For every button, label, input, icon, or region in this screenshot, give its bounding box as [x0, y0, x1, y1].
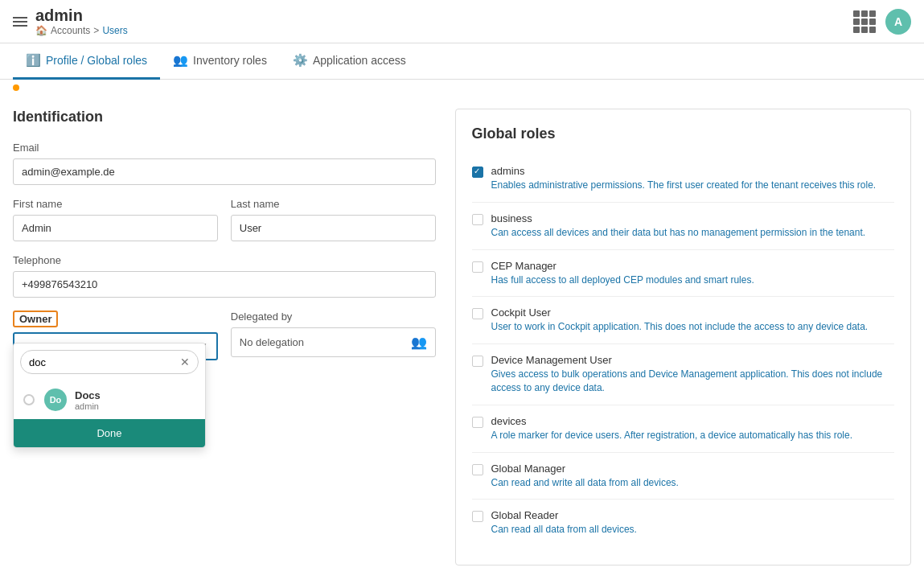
role-name-global-reader: Global Reader — [491, 509, 637, 521]
dropdown-item-role: admin — [75, 401, 101, 411]
unsaved-indicator — [13, 84, 19, 91]
role-name-cockpit-user: Cockpit User — [491, 306, 869, 319]
last-name-label: Last name — [231, 198, 436, 210]
tab-profile[interactable]: ℹ️ Profile / Global roles — [13, 43, 160, 80]
dropdown-done-button[interactable]: Done — [14, 419, 205, 447]
role-info-cockpit-user: Cockpit UserUser to work in Cockpit appl… — [491, 306, 869, 334]
delegated-label: Delegated by — [231, 311, 436, 323]
role-name-cep-manager: CEP Manager — [491, 260, 754, 272]
breadcrumb: 🏠 Accounts > Users — [35, 25, 128, 36]
app-title: admin — [35, 6, 128, 25]
identification-title: Identification — [13, 109, 436, 125]
role-checkbox-devices[interactable] — [472, 417, 483, 428]
role-item-cep-manager: CEP ManagerHas full access to all deploy… — [472, 250, 895, 298]
content-area: Identification Email First name Last nam… — [0, 96, 924, 578]
role-checkbox-cep-manager[interactable] — [472, 261, 483, 273]
dropdown-search-wrap: ✕ — [14, 343, 205, 380]
global-roles-title: Global roles — [472, 125, 895, 142]
breadcrumb-icon: 🏠 — [35, 25, 47, 36]
role-item-business: businessCan access all devices and their… — [472, 203, 895, 250]
role-name-devices: devices — [491, 415, 853, 427]
hamburger-icon[interactable] — [13, 17, 27, 27]
clear-search-icon[interactable]: ✕ — [180, 356, 190, 368]
role-desc-admins: Enables administrative permissions. The … — [491, 179, 877, 192]
delegated-value: No delegation — [240, 336, 304, 348]
role-checkbox-cockpit-user[interactable] — [472, 308, 483, 319]
role-checkbox-business[interactable] — [472, 214, 483, 225]
header-left: admin 🏠 Accounts > Users — [13, 6, 128, 36]
email-field[interactable] — [13, 158, 436, 185]
owner-delegated-row: Owner Select owner... ▼ ✕ — [13, 311, 436, 373]
tab-bar: ℹ️ Profile / Global roles 👥 Inventory ro… — [0, 43, 924, 80]
role-desc-global-manager: Can read and write all data from all dev… — [491, 476, 679, 490]
telephone-field[interactable] — [13, 271, 436, 298]
dropdown-item-avatar: Do — [44, 389, 67, 411]
role-item-cockpit-user: Cockpit UserUser to work in Cockpit appl… — [472, 297, 895, 344]
delegated-field: No delegation 👥 — [231, 327, 436, 357]
delegated-group: Delegated by No delegation 👥 — [231, 311, 436, 360]
application-icon: ⚙️ — [293, 53, 308, 68]
owner-group: Owner Select owner... ▼ ✕ — [13, 311, 218, 360]
header: admin 🏠 Accounts > Users A — [0, 0, 924, 43]
header-right: A — [853, 9, 911, 35]
roles-list: adminsEnables administrative permissions… — [472, 155, 895, 546]
dropdown-radio — [23, 394, 35, 405]
breadcrumb-child[interactable]: Users — [102, 25, 127, 36]
telephone-group: Telephone — [13, 254, 436, 298]
delegate-icon: 👥 — [411, 335, 427, 350]
role-desc-business: Can access all devices and their data bu… — [491, 226, 866, 240]
last-name-field[interactable] — [231, 215, 436, 241]
identification-panel: Identification Email First name Last nam… — [13, 109, 455, 565]
owner-label-row: Owner — [13, 311, 218, 327]
role-checkbox-admins[interactable] — [472, 167, 483, 178]
last-name-group: Last name — [231, 198, 436, 241]
role-name-device-mgmt: Device Management User — [491, 354, 895, 366]
role-name-business: business — [491, 212, 866, 224]
tab-application[interactable]: ⚙️ Application access — [280, 43, 419, 80]
first-name-label: First name — [13, 198, 218, 210]
role-item-global-reader: Global ReaderCan read all data from all … — [472, 500, 895, 546]
dropdown-item-name: Docs — [75, 389, 101, 401]
role-desc-devices: A role marker for device users. After re… — [491, 429, 853, 442]
role-checkbox-global-manager[interactable] — [472, 464, 483, 475]
owner-badge: Owner — [13, 311, 58, 327]
role-item-global-manager: Global ManagerCan read and write all dat… — [472, 453, 895, 500]
first-name-field[interactable] — [13, 215, 218, 241]
role-name-admins: admins — [491, 165, 877, 177]
email-group: Email — [13, 142, 436, 185]
role-desc-cockpit-user: User to work in Cockpit application. Thi… — [491, 320, 869, 334]
dropdown-item[interactable]: Do Docs admin — [14, 380, 205, 419]
owner-dropdown: ✕ Do Docs admin Done — [13, 343, 206, 448]
role-info-global-manager: Global ManagerCan read and write all dat… — [491, 463, 679, 490]
dropdown-item-info: Docs admin — [75, 389, 101, 411]
role-desc-global-reader: Can read all data from all devices. — [491, 523, 637, 537]
role-info-admins: adminsEnables administrative permissions… — [491, 165, 877, 192]
profile-icon: ℹ️ — [26, 53, 41, 68]
telephone-label: Telephone — [13, 254, 436, 266]
role-info-device-mgmt: Device Management UserGives access to bu… — [491, 354, 895, 395]
role-checkbox-global-reader[interactable] — [472, 511, 483, 522]
inventory-icon: 👥 — [173, 53, 188, 68]
role-desc-device-mgmt: Gives access to bulk operations and Devi… — [491, 368, 895, 395]
breadcrumb-parent: Accounts — [51, 25, 90, 36]
first-name-group: First name — [13, 198, 218, 241]
email-label: Email — [13, 142, 436, 154]
role-info-devices: devicesA role marker for device users. A… — [491, 415, 853, 442]
global-roles-panel: Global roles adminsEnables administrativ… — [455, 109, 912, 565]
grid-icon[interactable] — [853, 10, 876, 33]
role-checkbox-device-mgmt[interactable] — [472, 356, 483, 367]
role-item-admins: adminsEnables administrative permissions… — [472, 155, 895, 203]
role-info-global-reader: Global ReaderCan read all data from all … — [491, 509, 637, 537]
dropdown-search-box: ✕ — [20, 350, 199, 374]
role-item-device-mgmt: Device Management UserGives access to bu… — [472, 344, 895, 405]
role-item-devices: devicesA role marker for device users. A… — [472, 405, 895, 453]
role-info-business: businessCan access all devices and their… — [491, 212, 866, 240]
role-desc-cep-manager: Has full access to all deployed CEP modu… — [491, 273, 754, 287]
user-avatar[interactable]: A — [885, 9, 911, 35]
name-row: First name Last name — [13, 198, 436, 254]
role-info-cep-manager: CEP ManagerHas full access to all deploy… — [491, 260, 754, 287]
role-name-global-manager: Global Manager — [491, 463, 679, 475]
dropdown-search-input[interactable] — [29, 356, 180, 368]
tab-inventory[interactable]: 👥 Inventory roles — [160, 43, 280, 80]
